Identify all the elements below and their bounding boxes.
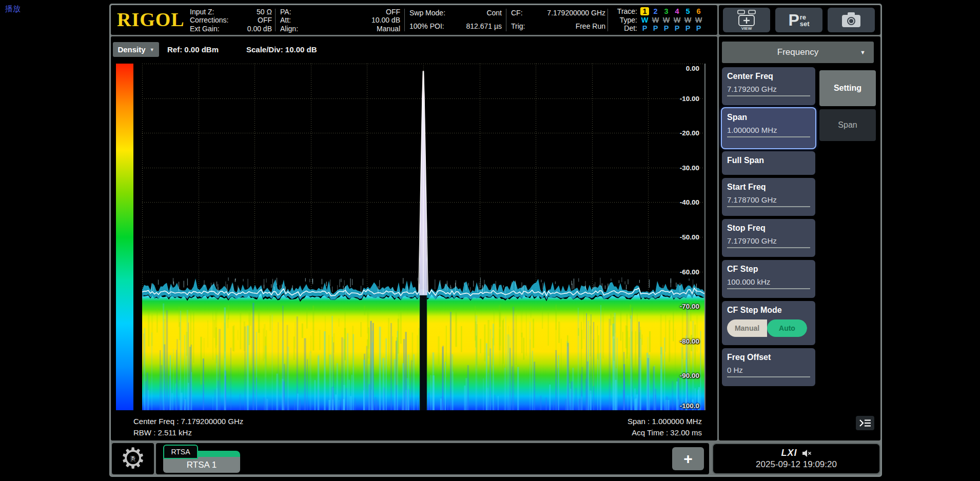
footer-center-freq: Center Freq : 7.179200000 GHz	[133, 417, 243, 426]
field-value: OFF	[386, 8, 400, 16]
taskbar: ⚙ R RTSA 1 RTSA + LXI	[111, 442, 880, 475]
trace-5-indicator[interactable]: 5	[682, 7, 693, 16]
multi-view-grid-plus-icon: VIEW	[735, 9, 758, 31]
trace-type-label: Type:	[613, 16, 637, 25]
field-label: Swp Mode:	[409, 9, 445, 17]
field-value: Manual	[377, 25, 400, 33]
field-value: 7.179200000 GHz	[547, 9, 605, 17]
menu-item-stop-freq[interactable]: Stop Freq 7.179700 GHz	[722, 219, 815, 257]
lxi-logo: LXI	[781, 448, 797, 458]
amplitude-settings-group: PA:OFF Att:10.00 dB Align:Manual	[280, 8, 400, 33]
status-header-bar: RIGOL Input Z:50 Ω Corrections:OFF Ext G…	[111, 5, 717, 35]
menu-item-start-freq[interactable]: Start Freq 7.178700 GHz	[722, 178, 815, 216]
trace-type-4[interactable]: W	[672, 16, 682, 25]
tab-span[interactable]: Span	[819, 109, 876, 141]
ref-level-label: Ref: 0.00 dBm	[167, 45, 219, 54]
preset-p: P	[788, 12, 799, 28]
display-mode-dropdown[interactable]: Density ▼	[113, 42, 159, 57]
trace-3-indicator[interactable]: 3	[661, 7, 672, 16]
datetime-label: 2025-09-12 19:09:20	[756, 459, 837, 470]
add-app-button[interactable]: +	[672, 447, 704, 470]
trace-det-2[interactable]: P	[650, 24, 661, 33]
svg-text:VIEW: VIEW	[741, 26, 752, 31]
trace-det-1[interactable]: P	[639, 24, 650, 33]
preset-button[interactable]: P re set	[775, 8, 822, 32]
app-window: RIGOL Input Z:50 Ω Corrections:OFF Ext G…	[109, 4, 882, 477]
field-value: 812.671 µs	[466, 22, 502, 30]
footer-acq-time: Acq Time : 32.00 ms	[632, 428, 702, 437]
menu-collapse-button[interactable]	[856, 416, 874, 430]
field-value: 0.00 dB	[247, 25, 272, 33]
toggle-option-manual[interactable]: Manual	[727, 319, 767, 337]
menu-title-dropdown[interactable]: Frequency ▼	[722, 42, 874, 63]
trace-type-5[interactable]: W	[682, 16, 693, 25]
field-label: Align:	[280, 25, 298, 33]
quick-buttons-panel: VIEW P re set	[719, 5, 880, 35]
menu-item-freq-offset[interactable]: Freq Offset 0 Hz	[722, 348, 815, 386]
divider	[275, 9, 276, 31]
field-label: Trig:	[511, 22, 525, 30]
spectrum-chart	[142, 64, 704, 410]
trace-label: Trace:	[613, 7, 637, 16]
field-label: CF:	[511, 9, 523, 17]
toggle-option-auto[interactable]: Auto	[767, 319, 807, 337]
divider	[607, 9, 608, 31]
tab-setting[interactable]: Setting	[819, 70, 876, 106]
cf-step-mode-toggle[interactable]: Manual Auto	[727, 319, 807, 337]
input-settings-group: Input Z:50 Ω Corrections:OFF Ext Gain:0.…	[190, 8, 272, 33]
trace-1-indicator[interactable]: 1	[640, 7, 649, 15]
frequency-menu-panel: Frequency ▼ Center Freq 7.179200 GHz Spa…	[719, 36, 880, 440]
trace-det-5[interactable]: P	[682, 24, 693, 33]
desktop: 播放 RIGOL Input Z:50 Ω Corrections:OFF Ex…	[0, 0, 980, 481]
trace-6-indicator[interactable]: 6	[693, 7, 704, 16]
os-play-indicator: 播放	[5, 4, 21, 14]
chevron-down-icon: ▼	[150, 47, 154, 52]
trace-type-3[interactable]: W	[661, 16, 672, 25]
field-label: Input Z:	[190, 8, 214, 16]
trace-type-1[interactable]: W	[639, 16, 650, 25]
field-value: 10.00 dB	[371, 16, 400, 24]
trace-det-6[interactable]: P	[693, 24, 704, 33]
trace-status-block: Trace:123456 Type:WWWWWW Det:PPPPPP	[613, 7, 716, 33]
trace-type-2[interactable]: W	[650, 16, 661, 25]
spectrum-plot: 0.00-10.00-20.00-30.00-40.00-50.00-60.00…	[142, 64, 705, 410]
rigol-logo: RIGOL	[117, 8, 185, 31]
trace-det-label: Det:	[613, 24, 637, 33]
field-label: Ext Gain:	[190, 25, 220, 33]
rtsa-instance-button[interactable]: RTSA 1	[163, 457, 240, 473]
field-label: PA:	[280, 8, 291, 16]
menu-item-full-span[interactable]: Full Span	[722, 151, 815, 175]
field-label: Att:	[280, 16, 291, 24]
field-value: Free Run	[576, 22, 605, 30]
footer-rbw: RBW : 2.511 kHz	[133, 428, 192, 437]
field-value: 50 Ω	[257, 8, 272, 16]
collapse-menu-icon	[858, 418, 872, 428]
menu-item-cf-step[interactable]: CF Step 100.000 kHz	[722, 260, 815, 298]
multi-view-button[interactable]: VIEW	[723, 8, 770, 32]
trace-type-6[interactable]: W	[693, 16, 704, 25]
trace-det-3[interactable]: P	[661, 24, 672, 33]
rtsa-app-group: RTSA 1 RTSA	[163, 445, 240, 473]
chevron-down-icon: ▼	[860, 49, 866, 55]
trace-2-indicator[interactable]: 2	[650, 7, 661, 16]
trace-4-indicator[interactable]: 4	[672, 7, 682, 16]
divider	[404, 9, 405, 31]
rigol-r-mark: R	[130, 454, 136, 464]
screenshot-button[interactable]	[828, 8, 875, 32]
field-value: OFF	[258, 16, 272, 24]
menu-item-cf-step-mode[interactable]: CF Step Mode Manual Auto	[722, 301, 815, 345]
rtsa-app-tab[interactable]: RTSA	[163, 445, 198, 459]
field-value: Cont	[486, 9, 502, 17]
speaker-muted-icon	[801, 449, 812, 457]
system-menu-button[interactable]: ⚙ R	[112, 443, 154, 474]
menu-item-span[interactable]: Span 1.000000 MHz	[722, 108, 815, 148]
scale-div-label: Scale/Div: 10.00 dB	[246, 45, 317, 54]
menu-item-center-freq[interactable]: Center Freq 7.179200 GHz	[722, 67, 815, 105]
field-label: Corrections:	[190, 16, 228, 24]
display-mode-label: Density	[117, 45, 145, 54]
system-status-box[interactable]: LXI 2025-09-12 19:09:20	[712, 443, 880, 474]
trace-det-4[interactable]: P	[672, 24, 682, 33]
footer-span: Span : 1.000000 MHz	[628, 417, 702, 426]
apps-bar: RTSA 1 RTSA +	[156, 443, 709, 474]
menu-items: Center Freq 7.179200 GHz Span 1.000000 M…	[722, 67, 815, 386]
